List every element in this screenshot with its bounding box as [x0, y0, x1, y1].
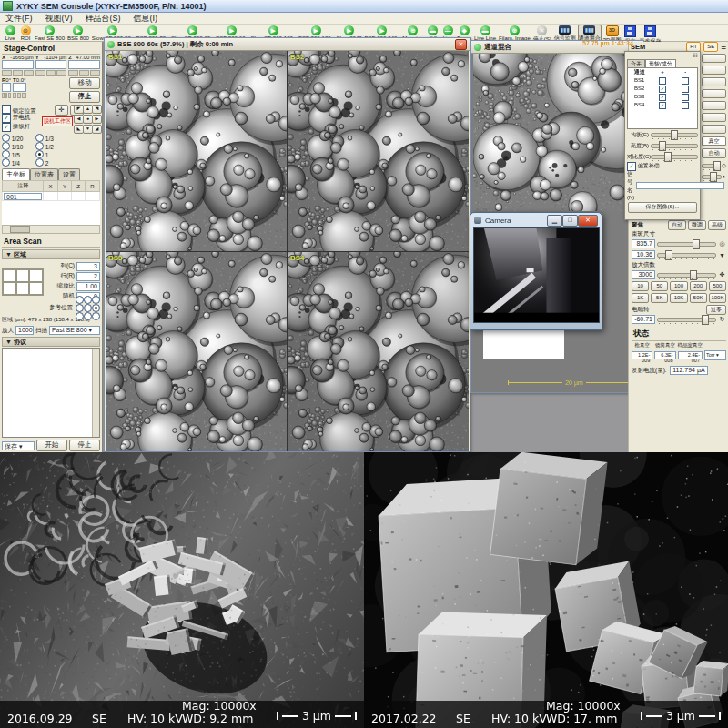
stage-t-input[interactable] — [13, 83, 25, 92]
nudge-button[interactable] — [35, 70, 46, 76]
mag-preset-10K[interactable]: 10K — [670, 293, 687, 303]
channel-plus-checkbox[interactable]: ✓ — [659, 86, 666, 93]
protocol-save-select[interactable]: 保存 ▾ — [2, 441, 35, 450]
area-section-bar[interactable]: ▼ 区域 — [2, 249, 100, 259]
magnification-slider[interactable] — [657, 270, 716, 279]
quadrant-bs3[interactable]: BS3 — [106, 252, 287, 452]
menu-item-2[interactable]: 样品台(S) — [86, 13, 121, 25]
spot-size-value[interactable]: 835.7 — [632, 239, 655, 248]
mix-tab-形貌/成分[interactable]: 形貌/成分 — [645, 59, 676, 67]
vacuum-tab[interactable]: 真空 — [702, 136, 726, 146]
strip-slider[interactable] — [702, 161, 721, 170]
expand-icon[interactable]: ✥ — [718, 271, 726, 278]
ref-position-radio[interactable] — [76, 296, 84, 304]
channel-plus-checkbox[interactable] — [659, 77, 666, 85]
stage-tab-设置[interactable]: 设置 — [58, 168, 80, 180]
channel-plus-checkbox[interactable]: ✓ — [659, 94, 666, 101]
checkbox-锁定位置[interactable] — [2, 105, 11, 114]
ref-position-radio[interactable] — [76, 304, 84, 312]
ref-position-radio[interactable] — [92, 296, 100, 304]
vacuum-unit-select[interactable]: Torr ▾ — [704, 350, 726, 360]
nudge-button[interactable] — [90, 70, 100, 76]
channel-row-BS1[interactable]: BS1 — [628, 76, 697, 85]
speed-radio-1-3[interactable] — [35, 134, 44, 142]
area-scan-select[interactable]: Fast SE 800 ▾ — [49, 326, 100, 335]
fine-focus-value[interactable]: 10.36 — [632, 250, 655, 259]
center-stage-button[interactable]: ✛ — [55, 105, 68, 116]
channel-minus-checkbox[interactable] — [682, 102, 689, 109]
speed-radio-1-20[interactable] — [2, 134, 10, 142]
auto-button[interactable]: 自动 — [702, 148, 726, 158]
focus-button-高级[interactable]: 高级 — [708, 220, 726, 230]
speed-radio-1-10[interactable] — [2, 142, 10, 150]
protocol-section-bar[interactable]: ▼ 协议 — [2, 337, 100, 347]
speed-radio-1-4[interactable] — [2, 158, 10, 167]
rotation-zero-button[interactable]: 过零 — [706, 305, 726, 315]
stage-move-button[interactable]: 移动 — [69, 77, 100, 89]
panel-fragment-button[interactable] — [702, 125, 726, 134]
checkbox-开电机[interactable]: ✓ — [2, 114, 11, 123]
toolbar-button-filam-image[interactable]: ⊕Filam. Image — [499, 25, 531, 41]
panel-fragment-button[interactable] — [702, 54, 726, 63]
focus-wheel-icon[interactable]: ◎ — [718, 240, 726, 248]
nudge-button[interactable] — [2, 93, 5, 98]
stage-tab-主坐标[interactable]: 主坐标 — [2, 168, 30, 180]
area-start-button[interactable]: 开始 — [36, 440, 67, 451]
stage-tab-位置表[interactable]: 位置表 — [30, 168, 58, 180]
area-stop-button[interactable]: 停止 — [69, 440, 100, 451]
quadrant-bs2[interactable]: BS2 — [288, 51, 469, 251]
mag-preset-10[interactable]: 10 — [632, 281, 649, 291]
minimize-icon[interactable]: ▁ — [547, 215, 562, 227]
nudge-button[interactable] — [17, 93, 21, 98]
camera-titlebar[interactable]: Camera ▁□✕ — [470, 213, 602, 228]
mix-slider-均衡(E)[interactable] — [651, 130, 698, 139]
area-field-列(C)[interactable]: 3 — [76, 262, 100, 271]
speed-radio-1-2[interactable] — [35, 142, 44, 150]
toolbar-button-bse-800[interactable]: ▶BSE 800 — [67, 25, 89, 41]
toolbar-button-live[interactable]: »Live — [4, 25, 16, 41]
menu-item-1[interactable]: 视图(V) — [46, 13, 73, 25]
stage-x-input[interactable] — [2, 60, 34, 69]
stage-nav-button[interactable]: ◢ — [92, 125, 102, 134]
column-header[interactable]: R — [85, 181, 99, 192]
mix-slider-亮度(B)[interactable] — [651, 141, 698, 150]
mag-preset-5K[interactable]: 5K — [651, 293, 668, 303]
channel-row-BS2[interactable]: BS2✓ — [628, 85, 697, 93]
ref-position-radio[interactable] — [84, 304, 92, 312]
focus-button-微调[interactable]: 微调 — [688, 220, 706, 230]
channel-row-BS4[interactable]: BS4✓ — [628, 101, 697, 109]
area-field-缩放比[interactable]: 1.00 — [76, 282, 100, 291]
mix-preview-image[interactable] — [473, 54, 629, 211]
toolbar-button-roi[interactable]: ⊙ROI — [19, 25, 32, 41]
strip-slider[interactable] — [702, 172, 722, 181]
nudge-button[interactable] — [24, 70, 34, 76]
panel-fragment-button[interactable] — [702, 66, 726, 75]
panel-fragment-button[interactable] — [702, 89, 726, 98]
magnification-value[interactable]: 3000 — [632, 270, 655, 279]
stage-stop-button[interactable]: 停止 — [69, 91, 100, 103]
nudge-button[interactable] — [5, 93, 8, 98]
protocol-list[interactable] — [2, 348, 100, 438]
channel-minus-checkbox[interactable] — [682, 86, 689, 93]
speed-radio-1-5[interactable] — [2, 150, 10, 158]
stage-y-input[interactable] — [35, 60, 67, 69]
channel-plus-checkbox[interactable]: ✓ — [659, 102, 666, 109]
toolbar-button-live-line[interactable]: ▬Live Line — [474, 25, 496, 41]
quadrant-bs1[interactable]: BS1 — [106, 51, 287, 251]
save-image-button[interactable]: 保存图像(S)... — [628, 202, 697, 213]
quadrant-bs4[interactable]: BS4 — [288, 252, 469, 452]
ref-position-radio[interactable] — [84, 312, 92, 320]
speed-radio-1[interactable] — [35, 150, 44, 158]
nudge-button[interactable] — [13, 70, 23, 76]
stage-z-input[interactable] — [68, 60, 100, 69]
checkbox-操纵杆[interactable]: ✓ — [2, 123, 11, 132]
area-field-行(R)[interactable]: 2 — [76, 272, 100, 281]
mix-tab-合并[interactable]: 合并 — [627, 59, 645, 67]
area-mag-input[interactable]: 1000 — [15, 326, 34, 335]
ref-position-radio[interactable] — [92, 304, 100, 312]
stage-r-input[interactable] — [2, 83, 11, 92]
maximize-icon[interactable]: □ — [562, 215, 578, 227]
channel-row-BS3[interactable]: BS3✓ — [628, 93, 697, 101]
nudge-button[interactable] — [79, 70, 89, 76]
rotation-slider[interactable] — [657, 315, 716, 324]
